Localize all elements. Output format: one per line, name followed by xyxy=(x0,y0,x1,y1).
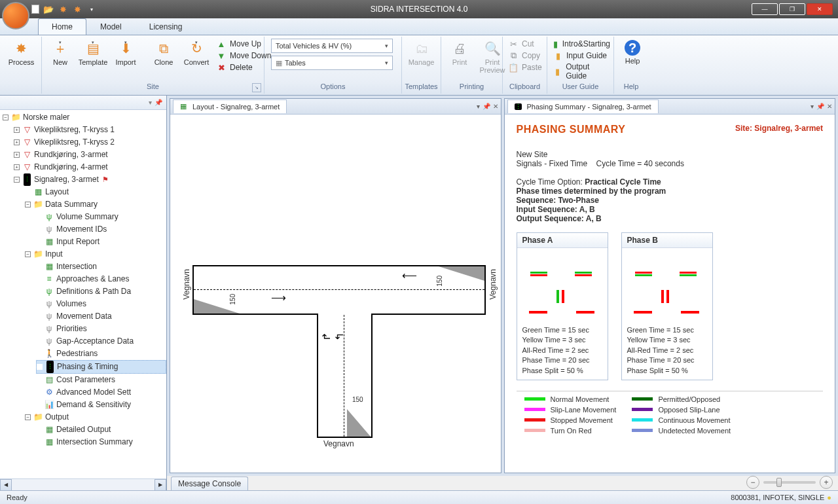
qat-settings-icon[interactable]: ✸ xyxy=(58,4,68,14)
chevron-down-icon: ▾ xyxy=(59,40,62,45)
layout-pane: ▦Layout - Signalreg, 3-armet ▾📌✕ xyxy=(170,98,501,473)
movement-icon: ψ xyxy=(44,312,54,321)
zoom-in-button[interactable]: + xyxy=(820,476,833,489)
close-button[interactable]: ✕ xyxy=(807,3,833,15)
pin-icon[interactable]: 📌 xyxy=(155,99,162,106)
gap-icon: ψ xyxy=(44,337,54,346)
table-icon: ▦ xyxy=(44,438,54,447)
status-right: 8000381, INFOTEK, SINGLE xyxy=(731,494,824,501)
maximize-button[interactable]: ❐ xyxy=(779,3,805,15)
minimize-button[interactable]: — xyxy=(752,3,778,15)
chevron-down-icon[interactable]: ▾ xyxy=(477,103,480,110)
status-icon: ● xyxy=(827,494,831,501)
tab-licensing[interactable]: Licensing xyxy=(136,18,196,35)
site-label: Site: Signalreg, 3-armet xyxy=(735,124,823,133)
manage-button: 🗂Manage xyxy=(405,38,438,68)
tree-selected-item[interactable]: ⋮Phasing & Timing xyxy=(36,360,166,374)
intro-button[interactable]: ▮Intro&Starting xyxy=(550,38,613,50)
zoom-slider[interactable] xyxy=(763,481,816,484)
zoom-out-button[interactable]: − xyxy=(746,476,759,489)
tables-combo[interactable]: ▦Tables▾ xyxy=(271,56,393,70)
app-menu-button[interactable] xyxy=(2,2,29,29)
pin-icon[interactable]: 📌 xyxy=(483,103,490,110)
message-console-tab[interactable]: Message Console xyxy=(167,476,838,490)
layout-icon: ▦ xyxy=(180,102,189,111)
view-combo[interactable]: Total Vehicles & HV (%)▾ xyxy=(271,39,393,53)
quick-access-toolbar: 📂 ✸ ✸ ▾ xyxy=(31,4,97,14)
table-icon: ▦ xyxy=(44,238,54,247)
clone-button[interactable]: ⧉Clone xyxy=(148,38,179,68)
folder-icon: 📁 xyxy=(10,113,21,122)
layout-icon: ▦ xyxy=(33,188,43,197)
phase-b-diagram xyxy=(622,248,712,321)
process-button[interactable]: ✸ Process xyxy=(4,38,39,68)
qat-settings2-icon[interactable]: ✸ xyxy=(72,4,82,14)
settings-icon: ⚙ xyxy=(44,388,54,397)
qat-dropdown-icon[interactable]: ▾ xyxy=(86,4,97,14)
folder-icon: 📁 xyxy=(33,413,43,422)
gear-icon: ✸ xyxy=(13,40,30,57)
intersection-icon: ▦ xyxy=(44,262,54,272)
print-button: 🖨Print xyxy=(444,38,475,68)
project-tree[interactable]: −📁Norske maler +▽Vikepliktsreg, T-kryss … xyxy=(0,110,166,478)
chevron-down-icon[interactable]: ▾ xyxy=(149,99,152,106)
qat-open-icon[interactable]: 📂 xyxy=(43,4,54,14)
pedestrian-icon: 🚶 xyxy=(44,350,54,359)
help-button[interactable]: ?Help xyxy=(617,38,648,67)
phase-b-box: Phase B xyxy=(621,232,713,380)
paste-button[interactable]: 📋Paste xyxy=(505,62,545,73)
chart-icon: ▤ xyxy=(44,376,54,385)
close-icon[interactable]: ✕ xyxy=(493,103,498,110)
ribbon: ✸ Process ＋New▾ ▤Template▾ ⬇Import▾ ⧉Clo… xyxy=(0,35,838,96)
new-button[interactable]: ＋New▾ xyxy=(45,38,76,68)
title-bar: 📂 ✸ ✸ ▾ SIDRA INTERSECTION 4.0 — ❐ ✕ xyxy=(0,0,838,18)
arrow-up-icon: ▲ xyxy=(216,39,227,49)
qat-new-icon[interactable] xyxy=(31,5,39,14)
import-button[interactable]: ⬇Import▾ xyxy=(110,38,141,68)
volumes-icon: ψ xyxy=(44,300,54,309)
tree-hscroll[interactable]: ◀▶ xyxy=(0,478,166,490)
tab-home[interactable]: Home xyxy=(38,18,86,35)
group-launcher[interactable]: ↘ xyxy=(252,83,261,92)
phase-a-box: Phase A xyxy=(517,232,608,380)
flag-icon: ⚑ xyxy=(102,173,109,186)
yield-icon: ▽ xyxy=(22,126,32,135)
layout-tab[interactable]: ▦Layout - Signalreg, 3-armet xyxy=(173,99,287,113)
printer-icon: 🖨 xyxy=(451,40,468,57)
chevron-down-icon: ▾ xyxy=(385,60,388,66)
phasing-tab[interactable]: ⋮Phasing Summary - Signalreg, 3-armet xyxy=(507,99,659,113)
layout-canvas[interactable]: ⟶ ⟵ ↱ ↰ 150 150 150 Vegnavn Vegnavn Vegn… xyxy=(170,115,501,473)
table-icon: ▦ xyxy=(276,59,282,67)
volume-icon: ψ xyxy=(44,213,54,222)
panel-pin-bar: ▾📌 xyxy=(0,96,166,110)
chevron-down-icon: ▾ xyxy=(385,43,388,49)
help-icon: ? xyxy=(625,40,640,56)
output-guide-button[interactable]: ▮Output Guide xyxy=(550,62,613,81)
book-icon: ▮ xyxy=(553,66,562,77)
signal-icon: ⋮ xyxy=(515,102,524,111)
signal-icon: ⋮ xyxy=(22,175,32,185)
ribbon-tab-strip: Home Model Licensing xyxy=(0,18,838,35)
close-icon[interactable]: ✕ xyxy=(827,103,832,110)
copy-button[interactable]: ⧉Copy xyxy=(505,50,545,62)
movement-icon: ψ xyxy=(44,225,54,234)
input-guide-button[interactable]: ▮Input Guide xyxy=(550,50,613,62)
convert-button[interactable]: ↻Convert▾ xyxy=(181,38,212,68)
chevron-down-icon[interactable]: ▾ xyxy=(811,103,814,110)
pin-icon[interactable]: 📌 xyxy=(816,103,824,110)
zoom-controls: − + xyxy=(746,476,833,489)
cut-button[interactable]: ✂Cut xyxy=(505,38,545,50)
chevron-down-icon: ▾ xyxy=(124,40,127,45)
preview-icon: 🔍 xyxy=(484,40,501,57)
arrow-down-icon: ▼ xyxy=(216,50,227,61)
lanes-icon: ≡ xyxy=(44,275,54,284)
chart-icon: 📊 xyxy=(44,401,54,410)
book-icon: ▮ xyxy=(553,39,559,49)
template-button[interactable]: ▤Template▾ xyxy=(77,38,109,68)
tab-model[interactable]: Model xyxy=(86,18,136,35)
phase-a-diagram xyxy=(517,248,608,321)
copy-icon: ⧉ xyxy=(508,50,519,61)
folder-icon: 🗂 xyxy=(413,40,430,57)
yield-icon: ▽ xyxy=(22,151,32,160)
status-bar: Ready 8000381, INFOTEK, SINGLE● xyxy=(0,490,838,504)
